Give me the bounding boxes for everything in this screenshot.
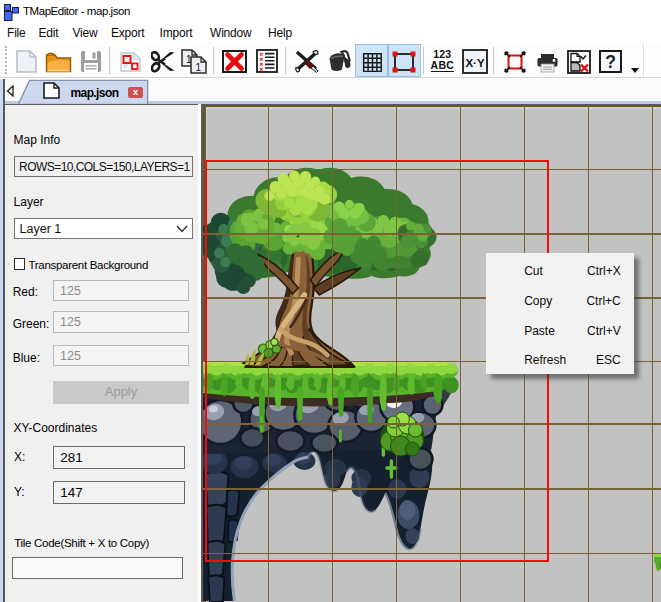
svg-text:1: 1 bbox=[195, 62, 201, 73]
svg-text:X·Y: X·Y bbox=[466, 57, 486, 69]
svg-text:?: ? bbox=[606, 51, 617, 71]
